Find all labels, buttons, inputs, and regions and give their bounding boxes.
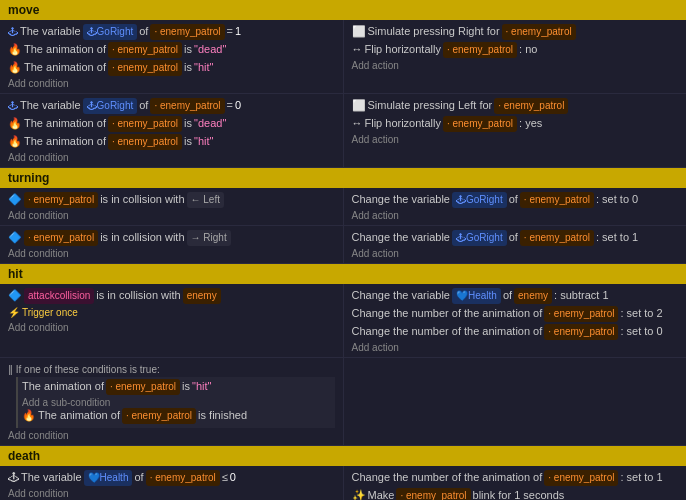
enemy-patrol-chip-9[interactable]: · enemy_patrol (24, 230, 98, 246)
goright-chip-2[interactable]: 🕹GoRight (83, 98, 138, 114)
enemy-patrol-chip-3[interactable]: · enemy_patrol (108, 60, 182, 76)
enemy-patrol-chip-10[interactable]: · enemy_patrol (520, 230, 594, 246)
is-finished-text: is finished (198, 408, 247, 423)
right-chip[interactable]: → Right (187, 230, 231, 246)
anim-finished-text: The animation of (38, 408, 120, 423)
condition-panel-2: 🕹 The variable 🕹GoRight of · enemy_patro… (0, 94, 344, 167)
add-condition-link-7[interactable]: Add condition (8, 488, 335, 499)
add-condition-link-5[interactable]: Add condition (8, 322, 335, 333)
add-action-link-4[interactable]: Add action (352, 248, 679, 259)
rule-row-5: 🔷 attackcollision is in collision with e… (0, 284, 686, 358)
enemy-patrol-action-chip-2[interactable]: · enemy_patrol (494, 98, 568, 114)
enemy-patrol-chip-7[interactable]: · enemy_patrol (24, 192, 98, 208)
section-header-move: move (0, 0, 686, 20)
condition-text: The variable (20, 24, 81, 39)
sub-cond-2: 🔥 The animation of · enemy_patrol is fin… (22, 408, 331, 424)
action-panel-7: Change the number of the animation of · … (344, 466, 687, 500)
rule-row-6: ‖ If one of these conditions is true: Th… (0, 358, 686, 446)
collision-text-3: is in collision with (96, 288, 180, 303)
add-condition-link-6[interactable]: Add condition (8, 430, 335, 441)
health-chip[interactable]: 💙Health (452, 288, 501, 304)
is-text: is (184, 42, 192, 57)
enemy-patrol-chip-6[interactable]: · enemy_patrol (108, 134, 182, 150)
enemy-patrol-chip-2[interactable]: · enemy_patrol (108, 42, 182, 58)
sub-block-hit: The animation of · enemy_patrol is "hit"… (16, 377, 335, 428)
condition-text-2: The variable (20, 98, 81, 113)
variable-icon-2: 🕹 (8, 99, 18, 113)
health-chip-2[interactable]: 💙Health (84, 470, 133, 486)
enemy-patrol-flip-chip-2[interactable]: · enemy_patrol (443, 116, 517, 132)
change-anim-text-2: Change the number of the animation of (352, 324, 543, 339)
equals-text-2: = (227, 98, 233, 113)
flip-icon-2: ↔ (352, 116, 363, 131)
enemy-patrol-action-chip[interactable]: · enemy_patrol (502, 24, 576, 40)
simulate-left-text: Simulate pressing Left for (368, 98, 493, 113)
is-text-2: is (184, 60, 192, 75)
enemy-patrol-flip-chip[interactable]: · enemy_patrol (443, 42, 517, 58)
section-turning: turning 🔷 · enemy_patrol is in collision… (0, 168, 686, 264)
is-text-3: is (184, 116, 192, 131)
section-header-turning: turning (0, 168, 686, 188)
value-text-2: 0 (235, 98, 241, 113)
set-to-2: : set to 2 (620, 306, 662, 321)
set-to-0: : set to 0 (596, 192, 638, 207)
change-anim-text: Change the number of the animation of (352, 306, 543, 321)
add-action-link-3[interactable]: Add action (352, 210, 679, 221)
goright-chip-4[interactable]: 🕹GoRight (452, 230, 507, 246)
condition-line-3: 🔥 The animation of · enemy_patrol is "hi… (8, 60, 335, 76)
enemy-patrol-chip[interactable]: · enemy_patrol (150, 24, 224, 40)
enemy-patrol-chip-13[interactable]: · enemy_patrol (106, 379, 180, 395)
enemy-patrol-chip-12[interactable]: · enemy_patrol (544, 324, 618, 340)
add-condition-link-3[interactable]: Add condition (8, 210, 335, 221)
blink-icon: ✨ (352, 488, 366, 500)
change-var-text-2: Change the variable (352, 230, 450, 245)
condition-panel-3: 🔷 · enemy_patrol is in collision with ← … (0, 188, 344, 225)
action-line-5: Change the variable 🕹GoRight of · enemy_… (352, 192, 679, 208)
condition-line: 🕹 The variable 🕹GoRight of · enemy_patro… (8, 24, 335, 40)
fire-icon-2: 🔥 (8, 60, 22, 75)
enemy-chip-2[interactable]: enemy (514, 288, 552, 304)
add-condition-link-2[interactable]: Add condition (8, 152, 335, 163)
enemy-patrol-chip-4[interactable]: · enemy_patrol (150, 98, 224, 114)
section-death: death 🕹 The variable 💙Health of · enemy_… (0, 446, 686, 500)
anim-text-2: The animation of (24, 60, 106, 75)
enemy-patrol-chip-15[interactable]: · enemy_patrol (146, 470, 220, 486)
enemy-patrol-chip-5[interactable]: · enemy_patrol (108, 116, 182, 132)
fire-icon-4: 🔥 (8, 134, 22, 149)
enemy-patrol-chip-14[interactable]: · enemy_patrol (122, 408, 196, 424)
condition-panel-4: 🔷 · enemy_patrol is in collision with → … (0, 226, 344, 263)
condition-line-9: 🔷 attackcollision is in collision with e… (8, 288, 335, 304)
of-text-3: of (509, 192, 518, 207)
set-to-1: : set to 1 (596, 230, 638, 245)
action-line-10: Change the number of the animation of · … (352, 470, 679, 486)
goright-chip[interactable]: 🕹GoRight (83, 24, 138, 40)
enemy-chip[interactable]: enemy (183, 288, 221, 304)
add-action-link-2[interactable]: Add action (352, 134, 679, 145)
condition-line-5: 🔥 The animation of · enemy_patrol is "de… (8, 116, 335, 132)
yes-text: : yes (519, 116, 542, 131)
enemy-patrol-chip-16[interactable]: · enemy_patrol (544, 470, 618, 486)
hit-text-2: "hit" (194, 134, 213, 149)
action-line-2: ↔ Flip horizontally · enemy_patrol : no (352, 42, 679, 58)
collision-icon: 🔷 (8, 192, 22, 207)
add-condition-link-1[interactable]: Add condition (8, 78, 335, 89)
of-text: of (139, 24, 148, 39)
of-enemy-text: of (503, 288, 512, 303)
add-action-link-1[interactable]: Add action (352, 60, 679, 71)
attackcollision-chip[interactable]: attackcollision (24, 288, 94, 304)
enemy-patrol-chip-8[interactable]: · enemy_patrol (520, 192, 594, 208)
enemy-patrol-chip-11[interactable]: · enemy_patrol (544, 306, 618, 322)
enemy-patrol-chip-17[interactable]: · enemy_patrol (396, 488, 470, 500)
simulate-icon: ⬜ (352, 24, 366, 39)
add-condition-link-4[interactable]: Add condition (8, 248, 335, 259)
action-line-6: Change the variable 🕹GoRight of · enemy_… (352, 230, 679, 246)
condition-line-4: 🕹 The variable 🕹GoRight of · enemy_patro… (8, 98, 335, 114)
add-sub-condition-link[interactable]: Add a sub-condition (22, 397, 331, 408)
collision-icon-2: 🔷 (8, 230, 22, 245)
action-line-11: ✨ Make · enemy_patrol blink for 1 second… (352, 488, 679, 500)
goright-chip-3[interactable]: 🕹GoRight (452, 192, 507, 208)
add-action-link-5[interactable]: Add action (352, 342, 679, 353)
anim-text: The animation of (24, 42, 106, 57)
left-chip[interactable]: ← Left (187, 192, 224, 208)
collision-text-2: is in collision with (100, 230, 184, 245)
